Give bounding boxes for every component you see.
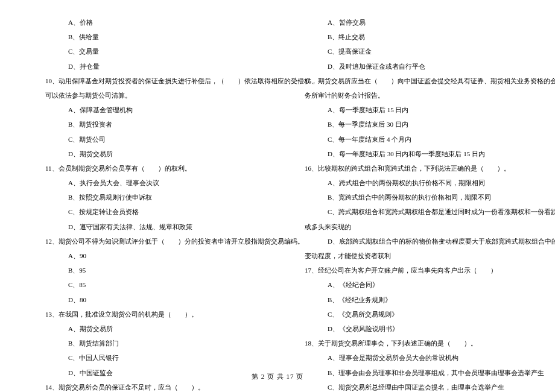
q10-option-b: B、期货投资者 (45, 117, 253, 131)
q18-option-c: C、期货交易所总经理由中国证监会提名，由理事会选举产生 (305, 380, 513, 392)
q14-option-b: B、终止交易 (305, 30, 513, 44)
q11-option-c: C、按规定转让会员资格 (45, 204, 253, 219)
q16-option-a: A、跨式组合中的两份期权的执行价格不同，期限相同 (305, 175, 513, 190)
q9-option-d: D、持仓量 (45, 59, 253, 74)
q14-stem: 14、期货交易所会员的保证金不足时，应当（ ）。 (45, 380, 253, 392)
left-column: A、价格 B、供给量 C、交易量 D、持仓量 10、动用保障基金对期货投资者的保… (18, 15, 278, 392)
q17-option-d: D、《交易风险说明书》 (305, 321, 513, 336)
q12-option-b: B、95 (45, 263, 253, 277)
q10-stem-line1: 10、动用保障基金对期货投资者的保证金损失进行补偿后，（ ）依法取得相应的受偿权… (45, 74, 253, 88)
q14-option-c: C、提高保证金 (305, 44, 513, 58)
q11-option-b: B、按照交易规则行使申诉权 (45, 190, 253, 204)
q10-option-c: C、期货公司 (45, 132, 253, 147)
q17-stem: 17、经纪公司在为客户开立账户前，应当事先向客户出示（ ） (305, 263, 513, 277)
q10-stem-line2: 可以依法参与期货公司清算。 (45, 88, 253, 103)
q16-option-c-line1: C、跨式期权组合和宽跨式期权组合都是通过同时成为一份看涨期权和一份看跌期权的空头 (305, 204, 513, 219)
q12-stem: 12、期货公司不得为知识测试评分低于（ ）分的投资者申请开立股指期货交易编码。 (45, 234, 253, 248)
q18-stem: 18、关于期货交易所理事会，下列表述正确的是（ ）。 (305, 336, 513, 350)
q16-stem: 16、比较期权的跨式组合和宽跨式组合，下列说法正确的是（ ）。 (305, 161, 513, 175)
q16-option-c-line2: 或多头来实现的 (305, 220, 513, 234)
q17-option-b: B、《经纪业务规则》 (305, 292, 513, 307)
right-column: A、暂停交易 B、终止交易 C、提高保证金 D、及时追加保证金或者自行平仓 15… (278, 15, 537, 392)
q16-option-d-line2: 变动程度，才能使投资者获利 (305, 248, 513, 263)
q12-option-c: C、85 (45, 277, 253, 292)
q15-option-b: B、每一季度结束后 30 日内 (305, 117, 513, 131)
q15-stem-line2: 务所审计的财务会计报告。 (305, 88, 513, 103)
q11-option-d: D、遵守国家有关法律、法规、规章和政策 (45, 220, 253, 234)
q17-option-a: A、《经纪合同》 (305, 277, 513, 292)
q11-option-a: A、执行会员大会、理事会决议 (45, 175, 253, 190)
q12-option-a: A、90 (45, 248, 253, 263)
q12-option-d: D、80 (45, 292, 253, 307)
page-footer: 第 2 页 共 17 页 (0, 372, 555, 381)
q10-option-d: D、期货交易所 (45, 147, 253, 161)
q15-option-a: A、每一季度结束后 15 日内 (305, 103, 513, 117)
q10-option-a: A、保障基金管理机构 (45, 103, 253, 117)
page-container: A、价格 B、供给量 C、交易量 D、持仓量 10、动用保障基金对期货投资者的保… (0, 15, 555, 392)
q17-option-c: C、《交易所交易规则》 (305, 307, 513, 321)
q15-stem-line1: 15、期货交易所应当在（ ）向中国证监会提交经具有证券、期货相关业务资格的会计师… (305, 74, 513, 88)
q16-option-b: B、宽跨式组合中的两份期权的执行价格相同，期限不同 (305, 190, 513, 204)
q14-option-a: A、暂停交易 (305, 15, 513, 30)
q14-option-d: D、及时追加保证金或者自行平仓 (305, 59, 513, 74)
q13-option-b: B、期货结算部门 (45, 336, 253, 350)
q16-option-d-line1: D、底部跨式期权组合中的标的物价格变动程度要大于底部宽跨式期权组合中的标的物价格 (305, 234, 513, 248)
q13-option-c: C、中国人民银行 (45, 350, 253, 365)
q13-option-a: A、期货交易所 (45, 321, 253, 336)
q9-option-c: C、交易量 (45, 44, 253, 58)
q9-option-a: A、价格 (45, 15, 253, 30)
q15-option-d: D、每一年度结束后 30 日内和每一季度结束后 15 日内 (305, 147, 513, 161)
q9-option-b: B、供给量 (45, 30, 253, 44)
q18-option-a: A、理事会是期货交易所会员大会的常设机构 (305, 350, 513, 365)
q13-stem: 13、在我国，批准设立期货公司的机构是（ ）。 (45, 307, 253, 321)
q15-option-c: C、每一年度结束后 4 个月内 (305, 132, 513, 147)
q11-stem: 11、会员制期货交易所会员享有（ ）的权利。 (45, 161, 253, 175)
